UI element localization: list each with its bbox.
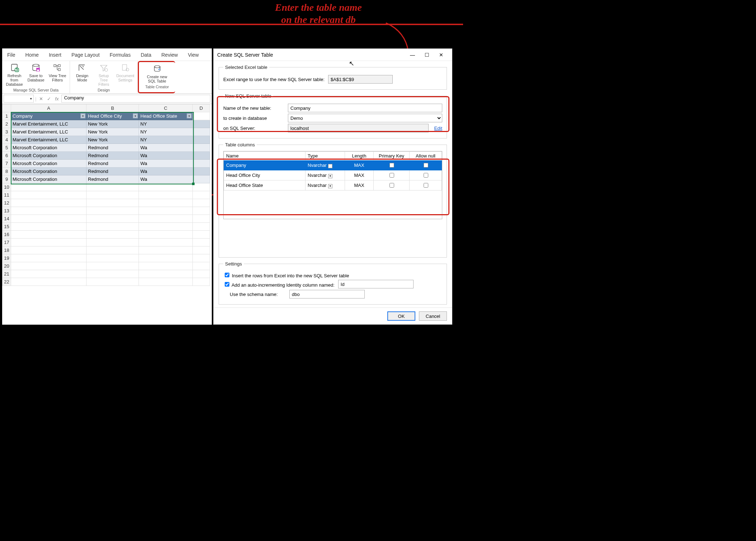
- columns-header[interactable]: Length: [345, 152, 374, 160]
- database-select[interactable]: Demo: [288, 114, 442, 122]
- cell[interactable]: Microsoft Corporation: [11, 168, 87, 175]
- accept-formula-icon[interactable]: ✓: [46, 95, 52, 102]
- cell[interactable]: [139, 223, 193, 231]
- row-header[interactable]: 18: [3, 246, 11, 254]
- row-header[interactable]: 20: [3, 262, 11, 270]
- create-new-sql-table-button[interactable]: Create new SQL Table: [141, 63, 173, 84]
- col-length-cell[interactable]: MAX: [345, 160, 374, 170]
- cell[interactable]: [139, 183, 193, 191]
- cell[interactable]: NY: [139, 128, 193, 136]
- col-name-cell[interactable]: Head Office City: [224, 170, 305, 180]
- cell[interactable]: Wa: [139, 144, 193, 152]
- cell[interactable]: [193, 278, 210, 286]
- cell[interactable]: [139, 262, 193, 270]
- cell[interactable]: [193, 254, 210, 262]
- cell[interactable]: Wa: [139, 175, 193, 183]
- cell[interactable]: NY: [139, 120, 193, 128]
- cell[interactable]: NY: [139, 136, 193, 144]
- cell[interactable]: [87, 239, 139, 246]
- row-header[interactable]: 14: [3, 215, 11, 223]
- col-length-cell[interactable]: MAX: [345, 180, 374, 190]
- dropdown-icon[interactable]: ▾: [328, 184, 332, 188]
- column-header[interactable]: B: [87, 104, 139, 112]
- cell[interactable]: [193, 215, 210, 223]
- cell[interactable]: [87, 262, 139, 270]
- cell[interactable]: [11, 207, 87, 215]
- cell[interactable]: Wa: [139, 160, 193, 168]
- col-null-cell[interactable]: [410, 170, 442, 180]
- row-header[interactable]: 3: [3, 128, 11, 136]
- close-button[interactable]: ✕: [434, 50, 448, 60]
- cell[interactable]: Redmond: [87, 144, 139, 152]
- col-type-cell[interactable]: Nvarchar▾: [305, 160, 345, 170]
- pk-checkbox[interactable]: [389, 183, 394, 188]
- table-header-cell[interactable]: Head Office City▾: [87, 112, 139, 120]
- column-header[interactable]: D: [193, 104, 210, 112]
- cell[interactable]: [87, 223, 139, 231]
- cell[interactable]: [139, 246, 193, 254]
- ok-button[interactable]: OK: [387, 311, 415, 321]
- cell[interactable]: [11, 254, 87, 262]
- tab-page-layout[interactable]: Page Layout: [66, 51, 105, 58]
- cell[interactable]: [87, 231, 139, 239]
- filter-dropdown-icon[interactable]: ▾: [133, 113, 138, 118]
- cell[interactable]: [87, 191, 139, 199]
- allow-null-checkbox[interactable]: [424, 163, 428, 168]
- allow-null-checkbox[interactable]: [424, 173, 428, 178]
- col-name-cell[interactable]: Company: [224, 160, 305, 170]
- cell[interactable]: Wa: [139, 152, 193, 160]
- column-header[interactable]: A: [11, 104, 87, 112]
- columns-table[interactable]: NameTypeLengthPrimary KeyAllow nullCompa…: [223, 151, 442, 219]
- row-header[interactable]: 1: [3, 112, 11, 120]
- allow-null-checkbox[interactable]: [424, 183, 428, 188]
- cell[interactable]: [11, 223, 87, 231]
- cell[interactable]: [139, 278, 193, 286]
- cell[interactable]: Wa: [139, 168, 193, 175]
- edit-server-link[interactable]: Edit: [434, 126, 442, 131]
- cell[interactable]: Redmond: [87, 168, 139, 175]
- col-name-cell[interactable]: Head Office State: [224, 180, 305, 190]
- insert-rows-checkbox[interactable]: [225, 273, 229, 277]
- cell[interactable]: Redmond: [87, 152, 139, 160]
- cell[interactable]: [11, 239, 87, 246]
- tab-data[interactable]: Data: [136, 51, 157, 58]
- cell[interactable]: New York: [87, 120, 139, 128]
- cell[interactable]: [87, 278, 139, 286]
- pk-checkbox[interactable]: [389, 173, 394, 178]
- fx-icon[interactable]: fx: [53, 95, 60, 102]
- cancel-button[interactable]: Cancel: [419, 311, 447, 321]
- cell[interactable]: [193, 223, 210, 231]
- cell[interactable]: [193, 246, 210, 254]
- col-type-cell[interactable]: Nvarchar▾: [305, 170, 345, 180]
- design-mode-button[interactable]: Design Mode: [72, 62, 92, 87]
- cell[interactable]: Redmond: [87, 160, 139, 168]
- cell[interactable]: [193, 239, 210, 246]
- cell[interactable]: [193, 207, 210, 215]
- cell[interactable]: [139, 199, 193, 207]
- table-header-cell[interactable]: Head Office State▾: [139, 112, 193, 120]
- row-header[interactable]: 21: [3, 270, 11, 278]
- col-null-cell[interactable]: [410, 180, 442, 190]
- cell[interactable]: [11, 183, 87, 191]
- tab-formulas[interactable]: Formulas: [105, 51, 136, 58]
- row-header[interactable]: 2: [3, 120, 11, 128]
- cell[interactable]: [193, 191, 210, 199]
- col-length-cell[interactable]: MAX: [345, 170, 374, 180]
- cell[interactable]: [87, 207, 139, 215]
- cell[interactable]: [11, 215, 87, 223]
- tab-review[interactable]: Review: [157, 51, 183, 58]
- cell[interactable]: Redmond: [87, 175, 139, 183]
- cell[interactable]: [139, 207, 193, 215]
- cell[interactable]: Microsoft Corporation: [11, 144, 87, 152]
- cell[interactable]: [87, 183, 139, 191]
- cancel-formula-icon[interactable]: ✕: [38, 95, 44, 102]
- table-name-input[interactable]: [288, 104, 442, 112]
- cell[interactable]: New York: [87, 136, 139, 144]
- cell[interactable]: Microsoft Corporation: [11, 152, 87, 160]
- formula-input[interactable]: Company: [61, 95, 210, 103]
- cell[interactable]: [11, 231, 87, 239]
- filter-dropdown-icon[interactable]: ▾: [80, 113, 85, 118]
- cell[interactable]: Marvel Entertainment, LLC: [11, 136, 87, 144]
- cell[interactable]: [11, 278, 87, 286]
- col-pk-cell[interactable]: [374, 170, 410, 180]
